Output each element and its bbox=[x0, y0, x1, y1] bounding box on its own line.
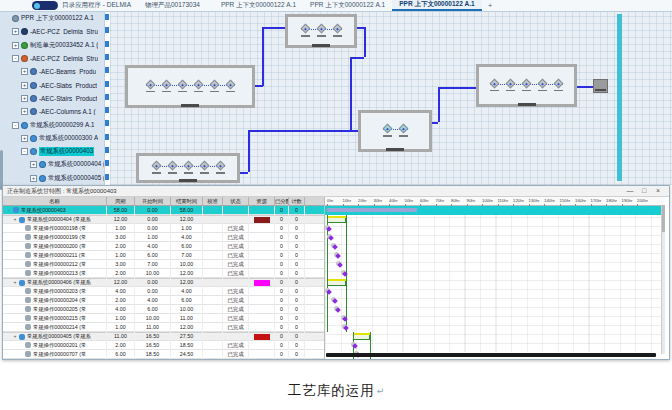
operation-node-icon[interactable] bbox=[146, 81, 155, 93]
tree-item-0[interactable]: PPR 上下文00000122 A.1 bbox=[0, 12, 104, 25]
column-header-7[interactable]: 已分配 bbox=[275, 197, 289, 205]
operation-node-icon[interactable] bbox=[554, 80, 563, 92]
minimize-button[interactable]: — bbox=[623, 186, 637, 196]
operation-node-icon[interactable] bbox=[178, 81, 187, 93]
tab-ppr-context-2[interactable]: PPR 上下文00000122 A.1 bbox=[392, 0, 482, 11]
column-header-0[interactable]: 名称 bbox=[3, 197, 107, 205]
resource-color-chip[interactable] bbox=[254, 280, 270, 286]
process-box-2[interactable] bbox=[358, 110, 432, 152]
column-header-5[interactable]: 状态 bbox=[223, 197, 249, 205]
close-button[interactable]: × bbox=[651, 186, 665, 196]
operation-icon bbox=[25, 261, 31, 267]
tree-expander-icon[interactable]: + bbox=[30, 175, 37, 182]
operation-node-icon[interactable] bbox=[399, 125, 408, 137]
operation-node-icon[interactable] bbox=[333, 25, 342, 37]
tree-item-1[interactable]: +-AEC-PCZ_Delmia_Stru bbox=[0, 25, 104, 38]
process-box-1[interactable] bbox=[285, 14, 357, 48]
operation-node-icon[interactable] bbox=[301, 25, 310, 37]
gantt-operation-marker[interactable] bbox=[337, 262, 343, 268]
tree-expander-icon[interactable]: + bbox=[21, 135, 28, 142]
tab-ppr-context-1[interactable]: PPR 上下文00000122 A.1 bbox=[303, 0, 392, 11]
column-header-1[interactable]: 周期 bbox=[107, 197, 135, 205]
process-box-3[interactable] bbox=[136, 153, 240, 183]
tree-expander-icon[interactable]: - bbox=[12, 122, 19, 129]
column-header-8[interactable]: 计数 bbox=[289, 197, 305, 205]
process-box-4[interactable] bbox=[476, 64, 577, 107]
column-header-4[interactable]: 校准 bbox=[203, 197, 223, 205]
operation-node-icon[interactable] bbox=[210, 81, 219, 93]
tree-expander-icon[interactable]: + bbox=[12, 42, 19, 49]
operation-node-icon[interactable] bbox=[152, 162, 161, 174]
tree-item-7[interactable]: +-AEC-Columns A.1 ( bbox=[0, 105, 104, 118]
count-cell-0: 0 bbox=[275, 260, 289, 269]
tree-scrollbar[interactable] bbox=[0, 150, 3, 190]
operation-node-icon[interactable] bbox=[168, 162, 177, 174]
tree-expander-icon[interactable]: + bbox=[21, 95, 28, 102]
gantt-group-bar[interactable] bbox=[327, 216, 346, 223]
node-underline bbox=[216, 172, 225, 174]
gantt-operation-marker[interactable] bbox=[335, 253, 341, 259]
row-expander-icon[interactable]: - bbox=[5, 206, 13, 215]
operation-node-icon[interactable] bbox=[506, 80, 515, 92]
gantt-operation-marker[interactable] bbox=[328, 235, 334, 241]
tree-item-6[interactable]: +-AEC-Stairs_Product bbox=[0, 92, 104, 105]
tree-expander-icon[interactable]: - bbox=[12, 55, 19, 62]
tree-expander-icon[interactable]: + bbox=[21, 82, 28, 89]
tree-item-8[interactable]: -常规系统00000299 A.1 bbox=[0, 118, 104, 131]
operation-node-icon[interactable] bbox=[194, 81, 203, 93]
tree-expander-icon[interactable]: + bbox=[30, 161, 37, 168]
gantt-scrollbar-thumb[interactable] bbox=[662, 206, 665, 232]
operation-node-icon[interactable] bbox=[184, 162, 193, 174]
operation-node-icon[interactable] bbox=[522, 80, 531, 92]
tab-ppr-context-0[interactable]: PPR 上下文00000122 A.1 bbox=[214, 0, 303, 11]
operation-node-icon[interactable] bbox=[216, 162, 225, 174]
tree-item-4[interactable]: +-AEC-Beams_Produ bbox=[0, 65, 104, 78]
document-tab[interactable]: 物理产品00173034 bbox=[145, 1, 200, 10]
gantt-vertical-scrollbar[interactable] bbox=[661, 206, 665, 354]
table-row-13[interactable]: 常规操作00000214 (常1.0011.0012.00已完成00 bbox=[3, 323, 324, 332]
table-row-0[interactable]: -常规系统0000040358.000.0058.0000 bbox=[3, 206, 324, 215]
gantt-window-body: 名称周期开始时间结束时间校准状态资源已分配计数 -常规系统0000040358.… bbox=[3, 197, 669, 359]
maximize-button[interactable]: □ bbox=[637, 186, 651, 196]
new-tab-button[interactable]: + bbox=[488, 1, 493, 10]
tree-item-9[interactable]: +常规系统00000300 A bbox=[0, 132, 104, 145]
gantt-window-titlebar[interactable]: 正在制造系统甘特图 : 常规系统00000403 — □ × bbox=[3, 186, 669, 197]
gantt-group-bar[interactable] bbox=[353, 333, 370, 340]
tree-item-11[interactable]: +常规系统00000404 ( bbox=[0, 158, 104, 171]
tree-expander-icon[interactable]: + bbox=[21, 68, 28, 75]
tree-expander-icon[interactable]: + bbox=[21, 108, 28, 115]
gantt-body[interactable] bbox=[325, 206, 665, 352]
tree-item-10[interactable]: -常规系统00000403 bbox=[0, 145, 104, 158]
flow-canvas[interactable] bbox=[110, 12, 672, 185]
table-row-7[interactable]: 常规操作00000213 (常2.0010.0012.00已完成00 bbox=[3, 269, 324, 278]
column-header-2[interactable]: 开始时间 bbox=[135, 197, 171, 205]
operation-node-icon[interactable] bbox=[200, 162, 209, 174]
gantt-operation-marker[interactable] bbox=[332, 298, 338, 304]
row-name-cell: 常规操作00000216 (常 bbox=[3, 359, 107, 360]
gantt-operation-marker[interactable] bbox=[343, 325, 349, 331]
gantt-operation-marker[interactable] bbox=[332, 244, 338, 250]
process-box-0[interactable] bbox=[125, 65, 255, 108]
tree-expander-icon[interactable]: + bbox=[12, 28, 19, 35]
operation-node-icon[interactable] bbox=[162, 81, 171, 93]
column-header-6[interactable]: 资源 bbox=[249, 197, 275, 205]
tree-item-12[interactable]: +常规系统00000405 ( bbox=[0, 172, 104, 185]
operation-node-icon[interactable] bbox=[226, 81, 235, 93]
sink-node[interactable] bbox=[593, 79, 608, 93]
resource-color-chip[interactable] bbox=[254, 217, 270, 223]
gantt-horizontal-scrollbar[interactable] bbox=[326, 353, 656, 357]
operation-node-icon[interactable] bbox=[538, 80, 547, 92]
operation-node-icon[interactable] bbox=[490, 80, 499, 92]
tree-item-2[interactable]: +制造单元00033452 A.1 ( bbox=[0, 39, 104, 52]
tree-item-3[interactable]: --AEC-PCZ_Delmia_Stru bbox=[0, 52, 104, 65]
gantt-group-bar[interactable] bbox=[327, 279, 346, 286]
gantt-system-bar[interactable] bbox=[327, 208, 417, 212]
operation-node-icon[interactable] bbox=[383, 125, 392, 137]
resource-color-chip[interactable] bbox=[254, 334, 270, 340]
tree-expander-icon[interactable]: - bbox=[21, 148, 28, 155]
tree-item-5[interactable]: +-AEC-Slabs_Product bbox=[0, 78, 104, 91]
panel-splitter[interactable] bbox=[105, 14, 109, 185]
operation-node-icon[interactable] bbox=[317, 25, 326, 37]
column-header-3[interactable]: 结束时间 bbox=[171, 197, 203, 205]
gantt-operation-marker[interactable] bbox=[335, 307, 341, 313]
